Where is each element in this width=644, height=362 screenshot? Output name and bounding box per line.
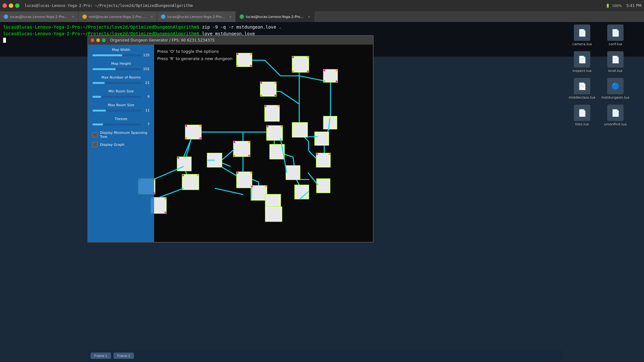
svg-rect-66 bbox=[186, 137, 187, 139]
slider-group-tilesize: Tilesize 7 bbox=[92, 117, 150, 126]
slider-label-max-rooms: Max Number of Rooms bbox=[92, 75, 150, 80]
desktop-icon-7[interactable]: 📄 unionfind.lua bbox=[601, 105, 630, 126]
tab-1[interactable]: root@lucas-Lenovo-Yoga-2-Pro: /home/luca… bbox=[79, 11, 157, 22]
tab-close-2[interactable]: ✕ bbox=[229, 15, 232, 19]
instruction-line-2: Press 'R' to generate a new dungeon bbox=[157, 55, 232, 62]
game-minimize-button[interactable] bbox=[96, 38, 100, 42]
svg-rect-84 bbox=[316, 153, 330, 167]
tab-close-1[interactable]: ✕ bbox=[151, 15, 153, 19]
svg-rect-99 bbox=[237, 172, 238, 173]
slider-fill-min-room bbox=[92, 96, 101, 98]
svg-rect-32 bbox=[237, 53, 252, 67]
svg-rect-55 bbox=[336, 80, 337, 82]
terminal-cursor bbox=[3, 38, 6, 43]
bottom-button-1[interactable]: Frame 2 bbox=[114, 353, 134, 359]
terminal-cmd-1: zip -9 -q -r mstdungeon.love . bbox=[199, 25, 281, 30]
svg-line-13 bbox=[274, 151, 293, 157]
slider-track-min-room[interactable] bbox=[92, 96, 141, 98]
topbar: lucas@lucas-Lenovo-Yoga-2-Pro: ~/Project… bbox=[0, 0, 644, 11]
svg-rect-70 bbox=[267, 126, 268, 127]
svg-rect-59 bbox=[265, 106, 279, 121]
checkbox-row-mst: Display Minimum Spanning Tree bbox=[92, 131, 150, 139]
svg-rect-53 bbox=[336, 69, 337, 71]
instruction-line-1: Press 'O' to toggle the options bbox=[157, 48, 232, 55]
svg-line-28 bbox=[324, 126, 330, 138]
slider-track-map-width[interactable] bbox=[92, 54, 141, 56]
svg-line-20 bbox=[308, 151, 318, 160]
svg-line-128 bbox=[158, 188, 183, 198]
game-close-button[interactable] bbox=[91, 38, 94, 42]
bottom-button-0[interactable]: Frame 1 bbox=[91, 353, 111, 359]
game-titlebar: Organized Dungeon Generator / FPS: 60 62… bbox=[88, 36, 373, 45]
desktop-icon-0[interactable]: 📄 camera.lua bbox=[568, 25, 596, 46]
svg-rect-90 bbox=[177, 157, 191, 171]
battery-icon: 🔋 bbox=[606, 4, 610, 8]
slider-group-map-height: Map Height 101 bbox=[92, 62, 150, 71]
game-maximize-button[interactable] bbox=[102, 38, 106, 42]
desktop-icon-label-5: mstdungeon.lua bbox=[601, 96, 629, 100]
svg-rect-37 bbox=[250, 65, 252, 67]
tab-label-0: lucas@lucas-Lenovo-Yoga-2-Pro: ~/Project… bbox=[10, 15, 69, 19]
terminal-line-1: lucas@lucas-Lenovo-Yoga-2-Pro:~/Projects… bbox=[3, 24, 641, 30]
svg-rect-88 bbox=[207, 153, 222, 167]
svg-rect-54 bbox=[324, 80, 325, 82]
slider-track-map-height[interactable] bbox=[92, 68, 141, 70]
slider-value-map-width: 135 bbox=[143, 53, 150, 57]
game-window: Organized Dungeon Generator / FPS: 60 62… bbox=[87, 35, 374, 243]
slider-row-map-height: 101 bbox=[92, 67, 150, 71]
slider-value-map-height: 101 bbox=[143, 67, 150, 71]
slider-track-tilesize[interactable] bbox=[92, 123, 141, 125]
svg-rect-108 bbox=[265, 195, 280, 210]
desktop-icon-label-1: conf.lua bbox=[608, 42, 622, 46]
svg-rect-96 bbox=[197, 174, 199, 176]
desktop-icon-img-5: 🔵 bbox=[607, 78, 624, 94]
svg-rect-124 bbox=[164, 198, 166, 199]
svg-rect-110 bbox=[295, 185, 309, 199]
slider-track-max-rooms[interactable] bbox=[92, 82, 141, 84]
tab-3[interactable]: lucas@lucas-Lenovo-Yoga-2-Pro: ~/Project… bbox=[236, 11, 314, 22]
svg-rect-101 bbox=[286, 166, 300, 180]
svg-rect-126 bbox=[164, 212, 166, 213]
desktop-icon-2[interactable]: 📄 inspect.lua bbox=[568, 51, 596, 73]
slider-group-min-room: Min Room Size 6 bbox=[92, 89, 150, 99]
topbar-dot-green[interactable] bbox=[15, 3, 19, 8]
desktop-icon-1[interactable]: 📄 conf.lua bbox=[601, 25, 630, 46]
desktop-icon-5[interactable]: 🔵 mstdungeon.lua bbox=[601, 78, 630, 100]
slider-fill-map-width bbox=[92, 54, 122, 56]
checkbox-label-graph: Display Graph bbox=[100, 143, 125, 147]
slider-value-max-rooms: 21 bbox=[143, 81, 150, 85]
svg-rect-56 bbox=[324, 117, 337, 129]
corridors-extra bbox=[155, 118, 330, 200]
svg-rect-65 bbox=[200, 125, 201, 127]
svg-rect-64 bbox=[186, 125, 187, 127]
slider-label-map-height: Map Height bbox=[92, 62, 150, 66]
desktop-icon-label-6: tiles.lua bbox=[575, 122, 589, 126]
battery-text: 100% bbox=[612, 4, 622, 8]
svg-rect-77 bbox=[234, 141, 250, 156]
tab-close-3[interactable]: ✕ bbox=[308, 15, 310, 19]
desktop-icon-img-1: 📄 bbox=[607, 25, 624, 41]
topbar-dot-red[interactable] bbox=[3, 3, 7, 8]
svg-line-17 bbox=[258, 195, 274, 201]
game-canvas[interactable]: Map Width 135 Map Height 101 bbox=[88, 45, 373, 242]
slider-track-max-room[interactable] bbox=[92, 110, 141, 112]
tab-2[interactable]: lucas@lucas-Lenovo-Yoga-2-Pro: ~/Project… bbox=[157, 11, 236, 22]
svg-rect-103 bbox=[251, 186, 267, 200]
slider-group-max-room: Max Room Size 11 bbox=[92, 103, 150, 112]
tab-close-0[interactable]: ✕ bbox=[72, 15, 75, 19]
svg-rect-68 bbox=[267, 126, 282, 140]
svg-rect-35 bbox=[250, 53, 252, 55]
clock: 5:41 PM bbox=[626, 3, 641, 8]
checkbox-mst[interactable] bbox=[92, 132, 97, 137]
tab-0[interactable]: lucas@lucas-Lenovo-Yoga-2-Pro: ~/Project… bbox=[0, 11, 79, 22]
checkbox-graph[interactable] bbox=[92, 142, 97, 147]
desktop-icon-4[interactable]: 📄 middleclass.lua bbox=[568, 78, 596, 100]
desktop-icon-img-3: 📄 bbox=[607, 51, 624, 68]
desktop-icon-3[interactable]: 📄 knot.lua bbox=[601, 51, 630, 73]
topbar-dot-yellow[interactable] bbox=[9, 3, 13, 8]
svg-rect-82 bbox=[270, 145, 284, 159]
svg-line-18 bbox=[299, 132, 309, 141]
svg-rect-81 bbox=[248, 155, 250, 156]
desktop-icon-6[interactable]: 📄 tiles.lua bbox=[568, 105, 596, 126]
options-panel: Map Width 135 Map Height 101 bbox=[88, 45, 154, 242]
